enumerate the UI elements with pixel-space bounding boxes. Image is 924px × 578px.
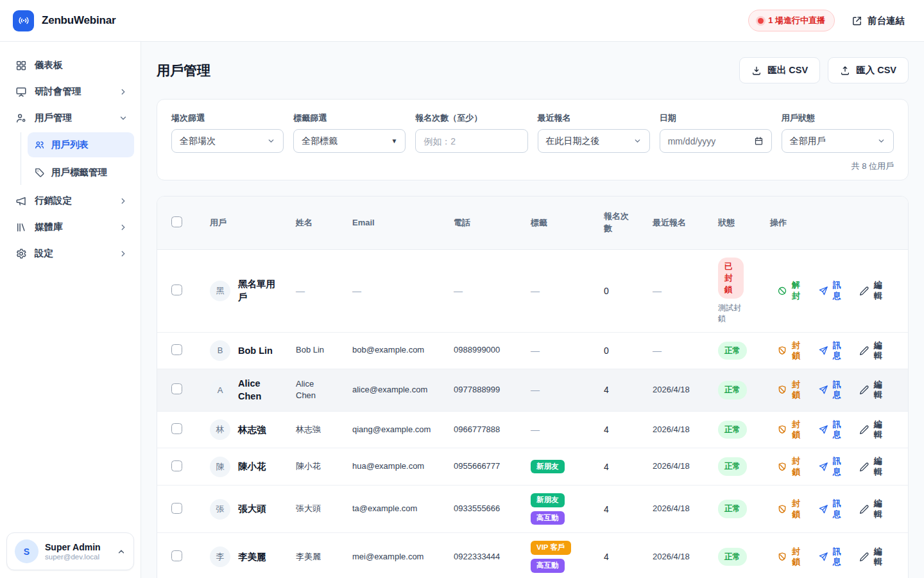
recent-filter-select[interactable]: 在此日期之後 bbox=[538, 129, 650, 153]
session-filter-select[interactable]: 全部場次 bbox=[171, 129, 284, 153]
block-button[interactable]: 封鎖 bbox=[777, 419, 801, 441]
import-csv-button[interactable]: 匯入 CSV bbox=[828, 57, 909, 83]
status-badge: 正常 bbox=[718, 457, 747, 475]
user-status-cell: 正常 bbox=[708, 373, 760, 407]
send-icon bbox=[818, 385, 828, 395]
send-icon bbox=[818, 504, 828, 514]
block-button[interactable]: 封鎖 bbox=[777, 498, 801, 520]
session-filter-value: 全部場次 bbox=[180, 136, 216, 147]
sidebar-item-marketing[interactable]: 行銷設定 bbox=[6, 189, 134, 213]
status-filter-label: 用戶狀態 bbox=[782, 112, 894, 124]
user-name-cell: 陳小花 bbox=[286, 453, 342, 480]
message-button[interactable]: 訊息 bbox=[818, 340, 842, 362]
user-tags-cell: 新朋友高互動 bbox=[531, 493, 590, 525]
row-actions: 封鎖訊息編輯 bbox=[760, 491, 908, 527]
tag-filter-select[interactable]: 全部標籤 ▼ bbox=[293, 129, 406, 153]
message-button[interactable]: 訊息 bbox=[818, 280, 842, 301]
account-menu[interactable]: S Super Admin super@dev.local bbox=[6, 532, 134, 570]
chevron-down-icon bbox=[633, 137, 642, 145]
block-button[interactable]: 封鎖 bbox=[777, 547, 801, 568]
select-all-checkbox[interactable] bbox=[171, 216, 182, 227]
chevron-up-icon bbox=[117, 547, 126, 556]
edit-button[interactable]: 編輯 bbox=[859, 340, 883, 362]
chevron-right-icon bbox=[119, 197, 128, 206]
user-display-name: 林志強 bbox=[238, 423, 266, 436]
main-content: 用戶管理 匯出 CSV 匯入 CSV bbox=[141, 42, 924, 578]
row-checkbox[interactable] bbox=[171, 285, 182, 295]
app-title: ZenbuWebinar bbox=[42, 14, 116, 27]
recent-filter-value: 在此日期之後 bbox=[546, 136, 600, 147]
edit-button[interactable]: 編輯 bbox=[859, 498, 883, 520]
message-button[interactable]: 訊息 bbox=[818, 419, 842, 441]
user-email-cell: mei@example.com bbox=[342, 543, 443, 571]
sidebar-item-media[interactable]: 媒體庫 bbox=[6, 215, 134, 239]
edit-button[interactable]: 編輯 bbox=[859, 280, 883, 301]
chevron-right-icon bbox=[119, 223, 128, 232]
sidebar-item-dashboard[interactable]: 儀表板 bbox=[6, 53, 134, 77]
row-checkbox[interactable] bbox=[171, 344, 182, 355]
sidebar-item-settings[interactable]: 設定 bbox=[6, 241, 134, 265]
user-status-cell: 正常 bbox=[708, 413, 760, 446]
message-button[interactable]: 訊息 bbox=[818, 547, 842, 568]
block-button[interactable]: 封鎖 bbox=[777, 380, 801, 401]
block-button[interactable]: 封鎖 bbox=[777, 340, 801, 362]
sidebar-item-user-list[interactable]: 用戶列表 bbox=[28, 132, 134, 157]
min-count-input[interactable] bbox=[424, 136, 519, 146]
last-registration-cell: 2026/4/18 bbox=[642, 376, 708, 404]
tag-badge: 新朋友 bbox=[531, 493, 565, 507]
status-filter-select[interactable]: 全部用戶 bbox=[782, 129, 894, 153]
avatar: 李 bbox=[210, 547, 230, 567]
status-badge: 正常 bbox=[718, 500, 747, 518]
frontend-link-label: 前台連結 bbox=[868, 15, 905, 27]
edit-button[interactable]: 編輯 bbox=[859, 456, 883, 477]
row-actions: 封鎖訊息編輯 bbox=[760, 372, 908, 408]
column-header-count: 報名次數 bbox=[604, 211, 633, 235]
filter-bar: 場次篩選 全部場次 標籤篩選 全部標籤 ▼ 報 bbox=[157, 99, 909, 180]
avatar: S bbox=[15, 539, 38, 563]
pencil-icon bbox=[859, 286, 869, 296]
message-button[interactable]: 訊息 bbox=[818, 498, 842, 520]
user-email-cell: qiang@example.com bbox=[342, 416, 443, 444]
user-name-cell: Bob Lin bbox=[286, 337, 342, 364]
avatar: 陳 bbox=[210, 457, 230, 477]
sidebar-item-label: 用戶管理 bbox=[35, 112, 111, 124]
date-placeholder: mm/dd/yyyy bbox=[668, 136, 716, 146]
unblock-button[interactable]: 解封 bbox=[777, 280, 801, 301]
row-actions: 封鎖訊息編輯 bbox=[760, 539, 908, 575]
registration-count-cell: 4 bbox=[594, 417, 642, 442]
send-icon bbox=[818, 286, 828, 296]
row-checkbox[interactable] bbox=[171, 503, 182, 514]
edit-button[interactable]: 編輯 bbox=[859, 547, 883, 568]
row-checkbox[interactable] bbox=[171, 423, 182, 434]
chevron-right-icon bbox=[119, 249, 128, 258]
status-filter-value: 全部用戶 bbox=[790, 136, 826, 147]
date-input[interactable]: mm/dd/yyyy bbox=[660, 129, 772, 153]
sidebar-item-webinars[interactable]: 研討會管理 bbox=[6, 80, 134, 103]
row-checkbox[interactable] bbox=[171, 550, 182, 561]
live-status-badge: 1 場進行中直播 bbox=[748, 10, 835, 31]
row-checkbox[interactable] bbox=[171, 460, 182, 471]
tag-badge: 高互動 bbox=[531, 559, 565, 573]
send-icon bbox=[818, 425, 828, 435]
last-registration-cell: 2026/4/18 bbox=[642, 453, 708, 480]
edit-button[interactable]: 編輯 bbox=[859, 419, 883, 441]
frontend-link[interactable]: 前台連結 bbox=[851, 15, 905, 27]
registration-count-cell: 4 bbox=[594, 454, 642, 480]
message-button[interactable]: 訊息 bbox=[818, 456, 842, 477]
row-checkbox[interactable] bbox=[171, 383, 182, 394]
message-button[interactable]: 訊息 bbox=[818, 380, 842, 401]
table-row: 張張大頭張大頭ta@example.com0933555666新朋友高互動420… bbox=[157, 486, 908, 534]
import-csv-label: 匯入 CSV bbox=[856, 64, 896, 76]
registration-count-cell: 0 bbox=[594, 338, 642, 363]
user-tags-cell: 新朋友 bbox=[531, 460, 590, 474]
export-csv-button[interactable]: 匯出 CSV bbox=[739, 57, 820, 83]
status-badge: 已封鎖 bbox=[718, 258, 744, 299]
status-badge: 正常 bbox=[718, 342, 747, 360]
block-button[interactable]: 封鎖 bbox=[777, 456, 801, 477]
sidebar-item-user-tags[interactable]: 用戶標籤管理 bbox=[28, 160, 134, 185]
edit-button[interactable]: 編輯 bbox=[859, 380, 883, 401]
user-email-cell: ta@example.com bbox=[342, 495, 443, 523]
user-tags-cell: — bbox=[531, 286, 590, 296]
sidebar-item-users[interactable]: 用戶管理 bbox=[6, 106, 134, 130]
export-csv-label: 匯出 CSV bbox=[767, 64, 808, 76]
